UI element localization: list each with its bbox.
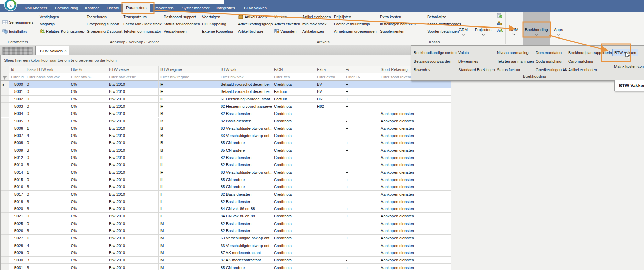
ribbon-item-supplementen[interactable]: Supplementen <box>380 28 404 34</box>
filter-cell-5[interactable]: Filter btw vak <box>219 73 272 81</box>
ribbon-item-dashboard-support[interactable]: Dashboard support <box>164 14 196 20</box>
dropdown-item-goedkeuringen-ak[interactable]: Goedkeuringen AK <box>536 66 567 73</box>
table-row[interactable]: 502500%Btw 2010M82 Basis dienstenCreditn… <box>1 220 451 227</box>
column-header-3[interactable]: BTW versie <box>107 66 159 73</box>
filter-cell-2[interactable]: Filter btw % <box>69 73 107 81</box>
table-row[interactable]: 500930%Btw 2010B85 CN andereCreditnota+A… <box>1 147 451 154</box>
ribbon-item-teksten-communicator[interactable]: Teksten communicator <box>123 28 161 34</box>
ribbon-item-artikel-etiketten[interactable]: Artikel etiketten <box>274 21 300 27</box>
dropdown-item-btwregimes[interactable]: Btwregimes <box>458 58 478 65</box>
menu-item-systeembeheer[interactable]: Systeembeheer <box>182 6 210 12</box>
table-row[interactable]: ▶500000%Btw 2010HBetaald voorschot decem… <box>1 81 451 88</box>
groupby-panel[interactable]: Sleep hier een kolomkop naar toe om te g… <box>0 55 452 66</box>
table-row[interactable]: 502030%Btw 2010I84 CN vak 86 en 88Credit… <box>1 205 451 213</box>
ribbon-item-artikel-kortingsgroep[interactable]: Artikel kortingsgroep <box>238 21 273 27</box>
menu-item-boekhouding[interactable]: Boekhouding <box>55 6 78 12</box>
table-row[interactable]: 500300%Btw 2010H62 Herziening voordl aan… <box>1 103 451 110</box>
filter-cell-7[interactable]: Filter extra <box>315 73 344 81</box>
ribbon-item-min-max-stock[interactable]: min max stock <box>302 21 326 27</box>
table-row[interactable]: 500100%Btw 2010HBetaald voorschot decemb… <box>1 88 451 95</box>
tab-redacted[interactable] <box>2 47 33 56</box>
ribbon-item-merken[interactable]: Merken <box>274 14 287 20</box>
dropdown-item-dom-mandaten[interactable]: Dom.mandaten <box>536 49 562 56</box>
menu-item-btw-vakken[interactable]: BTW Vakken <box>244 6 267 12</box>
table-row[interactable]: 501830%Btw 2010I82 Basis dienstenCreditn… <box>1 198 451 205</box>
ribbon-item-vestigingen[interactable]: Vestigingen <box>40 14 59 20</box>
ribbon-item-artikelprijzen[interactable]: Artikelprijzen <box>302 28 324 34</box>
ribbon-item-artikel-bijdrage[interactable]: Artikel bijdrage <box>238 28 263 34</box>
ribbon-item-artikel-groep[interactable]: Artikel Groep <box>238 14 267 20</box>
dropdown-item-teksten-aanmaningen[interactable]: Teksten aanmaningen <box>497 58 534 65</box>
ribbon-item-serienummers[interactable]: Serienummers <box>2 19 34 25</box>
column-header-1[interactable]: Basis BTW vak <box>25 66 69 73</box>
ribbon-group-boekhouding[interactable]: Boekhouding <box>524 28 548 36</box>
column-header-5[interactable]: BTW vak <box>219 66 272 73</box>
menu-item-fiscaal[interactable]: Fiscaal <box>107 6 119 12</box>
table-row[interactable]: 502630%Btw 2010M82 Basis dienstenCreditn… <box>1 227 451 235</box>
dropdown-item-matrix-kosten-con[interactable]: Matrix kosten con <box>614 63 644 70</box>
dropdown-item-boekhoudkundige-controle[interactable]: Boekhoudkundige controle <box>414 49 458 56</box>
ribbon-item-status-servicebonnen[interactable]: Status servicebonnen <box>164 21 200 27</box>
ribbon-group-projecten[interactable]: Projecten <box>471 28 495 36</box>
font-size-icon[interactable]: AA <box>497 28 503 34</box>
table-row[interactable]: 501410%Btw 2010H63 Verschuldigde btw op … <box>1 169 451 176</box>
ribbon-item-relaties-kortingsgroep[interactable]: Relaties Kortingsgroep <box>40 28 84 34</box>
menu-item-integraties[interactable]: Integraties <box>216 6 235 12</box>
column-header-6[interactable]: F/CN <box>272 66 315 73</box>
menu-item-kmo-beheer[interactable]: KMO-beheer <box>25 6 47 12</box>
dropdown-item-coda-matching[interactable]: Coda-matching <box>536 58 562 65</box>
table-row[interactable]: 502100%Btw 2010I84 CN vak 86 en 88Credit… <box>1 213 451 220</box>
dropdown-item-betalingsvoorwaarden[interactable]: Betalingsvoorwaarden <box>414 58 451 65</box>
table-row[interactable]: 502900%Btw 2010M87 AK medecontractantCre… <box>1 249 451 257</box>
dropdown-item-caro-matching[interactable]: Caro-matching <box>568 58 593 65</box>
table-row[interactable]: 500740%Btw 2010B63 Verschuldigde btw op … <box>1 132 451 139</box>
menu-item-importeren[interactable]: Importeren <box>154 6 174 12</box>
table-row[interactable]: 502710%Btw 2010M63 Verschuldigde btw op … <box>1 235 451 242</box>
ribbon-item-instellingen-barcodes[interactable]: Instellingen barcodes <box>380 21 416 27</box>
ribbon-item-afmetingen-groeperingen[interactable]: Afmetingen groeperingen <box>334 28 377 34</box>
ribbon-item-extra-kosten[interactable]: Extra kosten <box>380 14 401 20</box>
ribbon-item-externe-koppeling[interactable]: Externe Koppeling <box>202 28 233 34</box>
user-edit-icon[interactable] <box>497 20 502 26</box>
ribbon-item-artikel-eenheden[interactable]: Artikel eenheden <box>302 14 331 20</box>
tab-close-icon[interactable]: × <box>64 48 67 53</box>
column-header-0[interactable]: Id <box>9 66 25 73</box>
dropdown-item-btwcodes[interactable]: Btwcodes <box>414 66 430 73</box>
dropdown-item-artikel-eenheden[interactable]: Artikel eenheden <box>568 66 597 73</box>
dropdown-item-boekhoudplan-rapportering[interactable]: Boekhoudplan rapportering <box>568 49 614 56</box>
table-row[interactable]: 500800%Btw 2010B85 CN andereCreditnota+A… <box>1 139 451 147</box>
ribbon-item-magazijn[interactable]: Magazijn <box>40 21 55 27</box>
dropdown-item-status-factuur[interactable]: Status factuur <box>497 66 520 73</box>
table-row[interactable]: 500400%Btw 2010B82 Basis dienstenCreditn… <box>1 110 451 117</box>
invoice-check-icon[interactable] <box>497 13 502 20</box>
ribbon-item-verpakkingen[interactable]: Verpakkingen <box>164 28 187 34</box>
ribbon-item-transporteurs[interactable]: Transporteurs <box>123 14 147 20</box>
ribbon-item-betaalwijze[interactable]: Betaalwijze <box>427 14 446 20</box>
column-header-2[interactable]: Btw % <box>69 66 107 73</box>
ribbon-item-voertuigen[interactable]: Voertuigen <box>202 14 220 20</box>
table-row[interactable]: 501630%Btw 2010H85 CN andereCreditnota+A… <box>1 183 451 191</box>
table-row[interactable]: 502840%Btw 2010M63 Verschuldigde btw op … <box>1 242 451 249</box>
column-header-4[interactable]: BTW regime <box>159 66 219 73</box>
ribbon-item-edi-koppeling[interactable]: EDI Koppeling <box>202 21 226 27</box>
dropdown-item-standaard-boekingen[interactable]: Standaard Boekingen <box>458 66 495 73</box>
table-row[interactable]: 501330%Btw 2010H82 Basis dienstenCreditn… <box>1 161 451 169</box>
filter-cell-1[interactable]: Filter basis btw vak <box>25 73 69 81</box>
table-row[interactable]: 500530%Btw 2010B82 Basis dienstenCreditn… <box>1 118 451 125</box>
column-header-7[interactable]: Extra <box>315 66 344 73</box>
table-row[interactable]: 501700%Btw 2010I82 Basis dienstenCreditn… <box>1 191 451 198</box>
filter-cell-4[interactable]: Filter btw regime <box>159 73 219 81</box>
table-row[interactable]: 503030%Btw 2010M87 AK medecontractantCre… <box>1 257 451 264</box>
ribbon-item-installaties[interactable]: Installaties <box>2 29 27 35</box>
ribbon-item-kassa-mutatiecodes[interactable]: Kassa mutatiecodes <box>427 21 461 27</box>
ribbon-item-prijslijsten[interactable]: Prijslijsten <box>334 14 351 20</box>
tab-btw-vakken[interactable]: BTW Vakken × <box>35 46 69 56</box>
dropdown-item-niveau-aanmaning[interactable]: Niveau aanmaning <box>497 49 529 56</box>
filter-cell-3[interactable]: Filter btw versie <box>107 73 159 81</box>
filter-cell-8[interactable]: Filter +/- <box>344 73 379 81</box>
ribbon-group-apps[interactable]: Apps <box>546 28 570 36</box>
ribbon-item-factor-verhuurtermijn[interactable]: Factor verhuurtermijn <box>334 21 370 27</box>
filter-cell-6[interactable]: Filter f/cn <box>272 73 315 81</box>
menu-item-kantoor[interactable]: Kantoor <box>85 6 99 12</box>
ribbon-item-groepering-support[interactable]: Groepering support <box>87 21 119 27</box>
